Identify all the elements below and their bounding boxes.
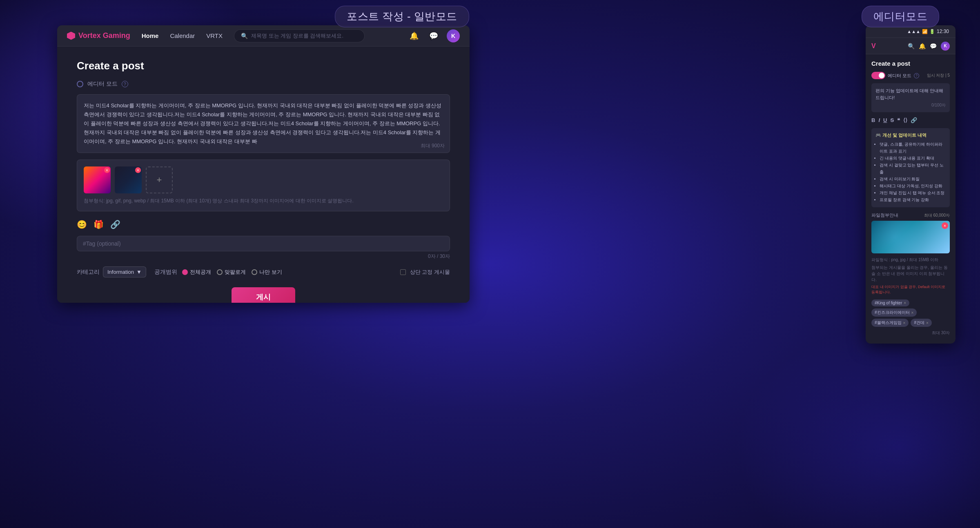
search-bar[interactable]: 🔍 제목명 또는 게임 장르를 검색해보세요.	[234, 29, 365, 42]
panel-tags: #King of fighter × #킨즈크라이에이터 × #블랙스게임업 ×…	[871, 299, 950, 327]
panel-tag-0-remove[interactable]: ×	[904, 301, 906, 305]
panel-file-label: 파일첨부안내 최대 60,000자	[871, 212, 950, 218]
time-display: 12:30	[937, 29, 949, 34]
panel-tag-1-text: #킨즈크라이에이터	[875, 310, 910, 315]
panel-bell-icon[interactable]: 🔔	[919, 43, 926, 49]
bold-button[interactable]: B	[871, 117, 875, 123]
category-dropdown[interactable]: Information ▼	[103, 266, 146, 277]
visibility-private-label: 나만 보기	[259, 268, 282, 276]
emoji-icon[interactable]: 😊	[77, 220, 87, 229]
panel-help-icon[interactable]: ?	[914, 73, 919, 78]
panel-file-title: 파일첨부안내	[871, 212, 898, 218]
site-logo: Vortex Gaming	[67, 31, 130, 40]
category-section: 카테고리 Information ▼	[77, 266, 146, 277]
search-placeholder: 제목명 또는 게임 장르를 검색해보세요.	[251, 32, 343, 40]
category-label: 카테고리	[77, 268, 100, 276]
update-item-2: 검색 시 걸맞고 있는 탭부터 우선 노출	[880, 162, 946, 175]
mobile-time: ▲▲▲ 📶 🔋 12:30	[907, 29, 949, 34]
link-icon[interactable]: 🔗	[110, 220, 120, 229]
panel-announce-box: 편의 기능 업데이트에 대해 안내해 드립니다! 0/100자	[871, 83, 950, 112]
panel-tag-3-remove[interactable]: ×	[926, 321, 929, 325]
logo-text: Vortex Gaming	[78, 31, 130, 40]
update-title: 🎮 개선 및 업데이트 내역	[875, 132, 946, 138]
panel-autosave: 임시 저장 | 5	[927, 73, 950, 78]
link-format-button[interactable]: 🔗	[911, 117, 917, 123]
page-title: Create a post	[77, 60, 450, 72]
mode-pill-right[interactable]: 에디터모드	[862, 6, 940, 27]
quote-button[interactable]: ❝	[897, 117, 900, 123]
panel-avatar[interactable]: K	[941, 42, 950, 51]
visibility-private[interactable]: 나만 보기	[252, 268, 282, 276]
wifi-icon: 📶	[922, 29, 928, 34]
panel-thumb-remove-btn[interactable]: ×	[942, 222, 948, 229]
visibility-all[interactable]: 전체공개	[182, 268, 211, 276]
update-item-3: 검색 시 미리보기 화질	[880, 175, 946, 182]
editor-help-icon[interactable]: ?	[122, 81, 128, 87]
image-row: × × +	[84, 166, 443, 193]
panel-title: Create a post	[871, 60, 950, 67]
panel-editor-toggle[interactable]	[871, 72, 885, 79]
update-list: 댓글, 스크롤, 공유하기에 하이퍼라이트 표과 표기 긴 내용의 댓글 내용 …	[875, 141, 946, 203]
panel-upload-info: 파일형식 : png, jpg / 최대 15MB 이하	[871, 257, 950, 263]
upload-info: 첨부형식: jpg, gif, png, webp / 최대 15MB 이하 (…	[84, 197, 443, 204]
editor-mode-label: 에디터 모드	[87, 80, 118, 88]
user-avatar[interactable]: K	[447, 29, 460, 42]
panel-nav: V 🔍 🔔 💬 K	[866, 38, 956, 54]
panel-logo: V	[871, 42, 876, 50]
category-value: Information	[107, 269, 134, 275]
admin-checkbox[interactable]	[400, 269, 406, 275]
tag-input[interactable]: #Tag (optional)	[77, 236, 450, 251]
panel-editor-row: 에디터 모드 ? 임시 저장 | 5	[871, 72, 950, 79]
panel-upload-note: 첨부되는 게시물을 올리는 경우, 올리는 동솔 소 반은 내 판에 이미지 이…	[871, 264, 950, 283]
editor-mode-radio[interactable]	[77, 81, 83, 87]
update-item-0: 댓글, 스크롤, 공유하기에 하이퍼라이트 표과 표기	[880, 141, 946, 155]
visibility-following-label: 맞팔로게	[225, 268, 246, 276]
image-add-button[interactable]: +	[146, 166, 173, 193]
visibility-all-dot	[182, 269, 188, 275]
italic-button[interactable]: I	[878, 117, 880, 123]
chat-button[interactable]: 💬	[427, 29, 440, 42]
panel-search-icon[interactable]: 🔍	[908, 43, 915, 49]
nav-link-home[interactable]: Home	[142, 32, 159, 39]
update-item-4: 해시태그 대상 가독성, 인지성 강화	[880, 182, 946, 189]
battery-icon: 🔋	[929, 29, 935, 34]
char-count: 최대 900자	[421, 142, 445, 149]
strikethrough-button[interactable]: S	[890, 117, 894, 123]
panel-char-counter: 0/100자	[875, 102, 946, 108]
panel-tag-3: #건데 ×	[911, 319, 931, 327]
search-icon: 🔍	[241, 33, 248, 39]
text-editor[interactable]: 저는 미드4 Scholar를 지향하는 게이머이며, 주 장르는 MMORPG…	[77, 94, 450, 153]
gift-icon[interactable]: 🎁	[94, 220, 104, 229]
nav-actions: 🔔 💬 K	[408, 29, 460, 42]
nav-link-calendar[interactable]: Calendar	[170, 32, 195, 39]
bottom-bar: 카테고리 Information ▼ 공개범위 전체공개 맞팔로게	[77, 266, 450, 277]
panel-content: Create a post 에디터 모드 ? 임시 저장 | 5 편의 기능 업…	[866, 54, 956, 337]
image-thumb-2: ×	[115, 166, 142, 193]
panel-chat-icon[interactable]: 💬	[930, 43, 937, 49]
panel-tag-1-remove[interactable]: ×	[911, 311, 914, 315]
panel-tag-2-text: #블랙스게임업	[875, 320, 902, 326]
code-button[interactable]: ⟨⟩	[903, 117, 907, 123]
editor-text-content: 저는 미드4 Scholar를 지향하는 게이머이며, 주 장르는 MMORPG…	[84, 101, 443, 146]
bell-button[interactable]: 🔔	[408, 29, 421, 42]
panel-file-max: 최대 60,000자	[924, 213, 950, 218]
attachment-row: 😊 🎁 🔗	[77, 216, 450, 233]
panel-tag-0: #King of fighter ×	[871, 299, 909, 306]
category-chevron-icon: ▼	[136, 269, 142, 275]
panel-editor-label: 에디터 모드	[888, 73, 911, 79]
visibility-following[interactable]: 맞팔로게	[217, 268, 246, 276]
visibility-radio-group: 전체공개 맞팔로게 나만 보기	[182, 268, 282, 276]
panel-announce-text: 편의 기능 업데이트에 대해 안내해 드립니다!	[875, 87, 946, 101]
panel-thumbnail: ×	[871, 221, 950, 253]
panel-tag-2-remove[interactable]: ×	[903, 321, 906, 325]
panel-file-section: 파일첨부안내 최대 60,000자 × 파일형식 : png, jpg / 최대…	[871, 212, 950, 295]
nav-link-vrtx[interactable]: VRTX	[206, 32, 223, 39]
visibility-label: 공개범위	[154, 268, 177, 276]
logo-icon	[67, 32, 75, 40]
submit-button[interactable]: 게시	[232, 287, 295, 303]
panel-tag-count: 최대 30자	[871, 330, 950, 336]
underline-button[interactable]: U	[883, 117, 887, 123]
panel-upload-note2: 대표 내 이미지가 없을 경우, Default 이미지로 등록됩니다.	[871, 284, 950, 295]
update-box: 🎮 개선 및 업데이트 내역 댓글, 스크롤, 공유하기에 하이퍼라이트 표과 …	[871, 128, 950, 207]
visibility-all-label: 전체공개	[190, 268, 211, 276]
